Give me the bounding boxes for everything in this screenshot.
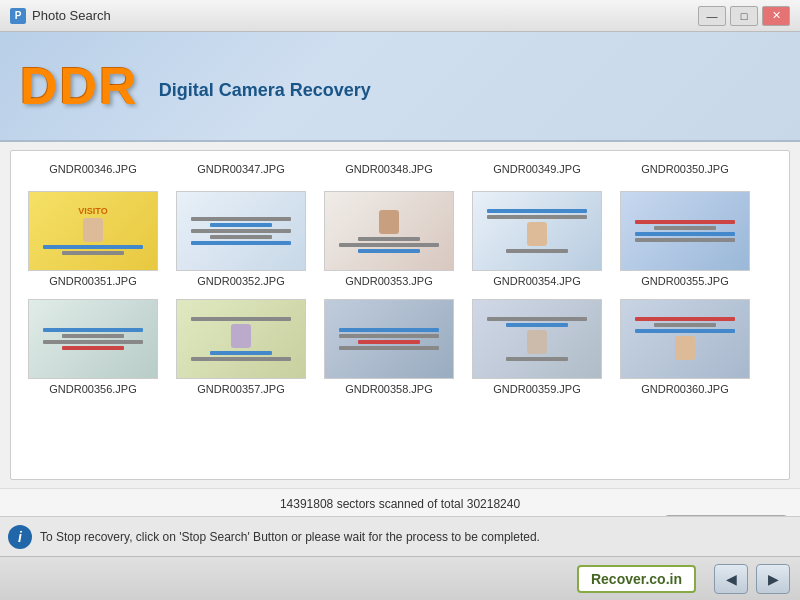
back-button[interactable]: ◀ [714,564,748,594]
top-label-4: GNDR00350.JPG [611,159,759,187]
thumbnail-359[interactable] [472,299,602,379]
main-content: GNDR00346.JPG GNDR00347.JPG GNDR00348.JP… [10,150,790,480]
close-button[interactable]: ✕ [762,6,790,26]
info-icon: i [8,525,32,549]
top-label-0: GNDR00346.JPG [19,159,167,187]
thumbnail-351[interactable]: VISITO [28,191,158,271]
ddr-logo: DDR [20,60,139,112]
window-controls: — □ ✕ [698,6,790,26]
thumb-cell-1-0[interactable]: GNDR00356.JPG [19,295,167,403]
thumb-cell-1-2[interactable]: GNDR00358.JPG [315,295,463,403]
app-subtitle: Digital Camera Recovery [159,80,371,101]
recover-badge: Recover.co.in [577,565,696,593]
thumbnail-355[interactable] [620,191,750,271]
header-text: Digital Camera Recovery [159,72,371,101]
top-label-2: GNDR00348.JPG [315,159,463,187]
maximize-button[interactable]: □ [730,6,758,26]
thumb-cell-1-4[interactable]: GNDR00360.JPG [611,295,759,403]
thumb-cell-1-3[interactable]: GNDR00359.JPG [463,295,611,403]
thumb-cell-0-3[interactable]: GNDR00354.JPG [463,187,611,295]
thumbnail-grid[interactable]: GNDR00346.JPG GNDR00347.JPG GNDR00348.JP… [11,151,789,479]
thumbnail-356[interactable] [28,299,158,379]
top-label-1: GNDR00347.JPG [167,159,315,187]
minimize-button[interactable]: — [698,6,726,26]
status-bar: i To Stop recovery, click on 'Stop Searc… [0,516,800,556]
status-text: To Stop recovery, click on 'Stop Search'… [40,530,792,544]
thumb-cell-0-2[interactable]: GNDR00353.JPG [315,187,463,295]
thumb-row-0: VISITO GNDR00351.JPG [19,187,781,295]
thumbnail-358[interactable] [324,299,454,379]
thumb-cell-0-4[interactable]: GNDR00355.JPG [611,187,759,295]
thumbnail-360[interactable] [620,299,750,379]
thumbnail-357[interactable] [176,299,306,379]
top-label-3: GNDR00349.JPG [463,159,611,187]
sectors-text: 14391808 sectors scanned of total 302182… [12,497,788,511]
bottom-bar: Recover.co.in ◀ ▶ [0,556,800,600]
app-icon: P [10,8,26,24]
thumbnail-354[interactable] [472,191,602,271]
thumbnail-352[interactable] [176,191,306,271]
title-bar: P Photo Search — □ ✕ [0,0,800,32]
thumbnail-353[interactable] [324,191,454,271]
thumb-row-1: GNDR00356.JPG GNDR00357.JPG [19,295,781,403]
window-title: Photo Search [32,8,698,23]
top-labels-row: GNDR00346.JPG GNDR00347.JPG GNDR00348.JP… [19,159,781,187]
thumb-cell-0-1[interactable]: GNDR00352.JPG [167,187,315,295]
header-area: DDR Digital Camera Recovery [0,32,800,142]
thumb-cell-1-1[interactable]: GNDR00357.JPG [167,295,315,403]
thumb-cell-0-0[interactable]: VISITO GNDR00351.JPG [19,187,167,295]
forward-button[interactable]: ▶ [756,564,790,594]
